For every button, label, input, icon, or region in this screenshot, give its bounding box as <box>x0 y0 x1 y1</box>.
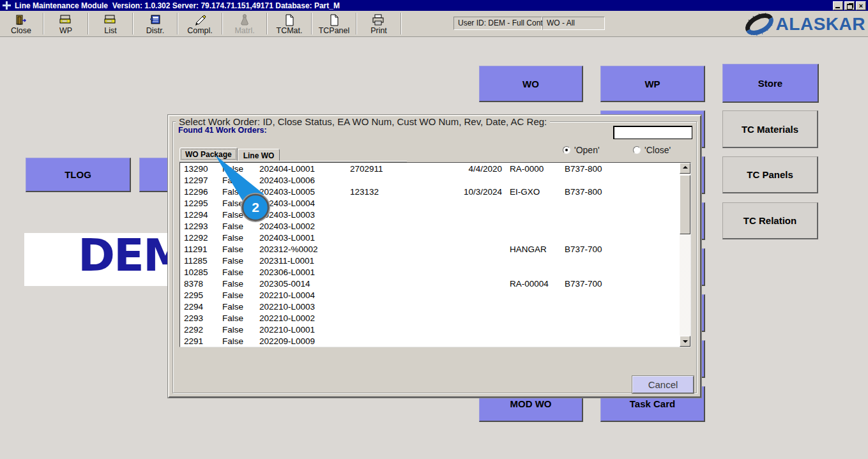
wo-row[interactable]: 2292False202210-L0001 <box>180 325 680 336</box>
radio-open[interactable]: 'Open' <box>563 145 600 155</box>
wo-cell: B737-700 <box>565 279 602 289</box>
toolbar-matrl-button[interactable]: Matrl. <box>224 11 266 36</box>
alaskar-swirl-icon <box>743 11 776 37</box>
wo-cell: 2294 <box>184 302 203 312</box>
wo-cell: False <box>222 336 243 346</box>
annotation-step-number: 2 <box>252 200 259 214</box>
radio-close-circle[interactable] <box>633 146 641 154</box>
radio-open-circle[interactable] <box>563 146 570 154</box>
wo-cell: RA-00004 <box>510 279 549 289</box>
store-button[interactable]: Store <box>722 64 819 103</box>
wo-cell: 10/3/2024 <box>451 187 502 197</box>
wo-cell: 202209-L0009 <box>259 336 315 346</box>
tc-panels-button[interactable]: TC Panels <box>722 156 818 193</box>
scrollbar-thumb[interactable] <box>680 175 690 234</box>
wo-cell: RA-0000 <box>510 164 544 174</box>
wo-row[interactable]: 10285False202306-L0001 <box>180 267 680 279</box>
toolbar: Close WP List Distr. Compl. Matrl. <box>0 11 868 37</box>
wo-cell: 2293 <box>184 313 203 323</box>
toolbar-separator <box>222 13 223 34</box>
wo-cell: 11291 <box>184 245 208 254</box>
wo-cell: 12292 <box>184 233 208 243</box>
logo-text: ALASKAR <box>776 15 865 33</box>
window-close-button[interactable]: × <box>856 1 866 10</box>
wo-cell: 202403-L0001 <box>259 233 315 243</box>
wo-button[interactable]: WO <box>479 66 583 102</box>
radio-close[interactable]: 'Close' <box>633 145 671 155</box>
wo-cell: 123132 <box>350 187 379 197</box>
alaskar-logo: ALASKAR <box>743 11 865 37</box>
printer-report-icon <box>103 13 118 26</box>
vertical-scrollbar[interactable] <box>680 163 690 347</box>
wo-cell: 202311-L0001 <box>259 256 314 266</box>
wo-cell: 4/4/2020 <box>451 164 502 174</box>
tc-materials-button[interactable]: TC Materials <box>722 110 818 148</box>
wo-cell: 202306-L0001 <box>259 267 315 277</box>
wo-cell: 2295 <box>184 290 203 300</box>
wo-scope-box: WO - All <box>542 17 605 30</box>
toolbar-list-button[interactable]: List <box>89 11 132 36</box>
wo-row[interactable]: 11285False202311-L0001 <box>180 256 680 267</box>
wo-cell: B737-800 <box>565 164 602 174</box>
toolbar-print-button[interactable]: Print <box>358 11 400 36</box>
document-icon <box>329 13 339 26</box>
scroll-down-icon[interactable] <box>680 336 690 347</box>
wo-row[interactable]: 11291False202312-%0002HANGARB737-700 <box>180 245 680 256</box>
toolbar-separator <box>132 13 133 34</box>
toolbar-separator <box>88 13 89 34</box>
wo-cell: False <box>222 302 243 312</box>
wo-row[interactable]: 2294False202210-L0003 <box>180 302 680 313</box>
user-id-box: User ID: DEM - Full Control <box>453 17 542 30</box>
window-title: Line Maintenance Module Version: 1.0.302… <box>15 1 833 10</box>
radio-open-label: 'Open' <box>574 145 600 155</box>
wo-cell: 11285 <box>184 256 208 266</box>
wo-cell: 202210-L0004 <box>259 290 315 300</box>
wo-cell: 8378 <box>184 279 203 289</box>
toolbar-distr-button[interactable]: Distr. <box>134 11 176 36</box>
wo-cell: False <box>222 313 243 323</box>
document-icon <box>284 13 294 26</box>
toolbar-separator <box>266 13 268 34</box>
wo-cell: False <box>222 245 243 254</box>
wo-cell: False <box>222 256 243 266</box>
toolbar-tcmat-button[interactable]: TCMat. <box>268 11 310 36</box>
found-count-label: Found 41 Work Orders: <box>178 126 267 135</box>
toolbar-compl-button[interactable]: Compl. <box>179 11 221 36</box>
wo-row[interactable]: 8378False202305-0014RA-00004B737-700 <box>180 279 680 290</box>
wo-row[interactable]: 2291False202209-L0009 <box>180 336 680 347</box>
minimize-button[interactable] <box>833 1 843 10</box>
wo-row[interactable]: 2295False202210-L0004 <box>180 290 680 302</box>
wo-row[interactable]: 12292False202403-L0001 <box>180 233 680 245</box>
wo-row[interactable]: 2293False202210-L0002 <box>180 313 680 325</box>
toolbar-separator <box>400 13 402 34</box>
toolbar-tcpanel-button[interactable]: TCPanel <box>313 11 355 36</box>
wo-cell: False <box>222 279 243 289</box>
dialog-title: Select Work Order: ID, Close Status, EA … <box>176 116 550 127</box>
tc-relation-button[interactable]: TC Relation <box>722 202 818 239</box>
search-input[interactable] <box>613 126 692 139</box>
tlog-button[interactable]: TLOG <box>26 158 131 192</box>
step-annotation: 2 <box>204 148 287 231</box>
wp-button[interactable]: WP <box>600 66 705 102</box>
wo-cell: 202210-L0001 <box>259 325 315 335</box>
wo-cell: 2291 <box>184 336 203 346</box>
toolbar-separator <box>356 13 357 34</box>
wo-cell: False <box>222 290 243 300</box>
wo-cell: False <box>222 233 243 243</box>
printer-report-icon <box>59 13 73 26</box>
toolbar-close-button[interactable]: Close <box>0 11 42 36</box>
dem-banner: DEM <box>24 233 172 286</box>
toolbar-wp-button[interactable]: WP <box>45 11 87 36</box>
dem-text: DEM <box>78 233 172 282</box>
cancel-button[interactable]: Cancel <box>632 376 694 393</box>
wo-cell: 202210-L0002 <box>259 313 315 323</box>
radio-close-label: 'Close' <box>644 145 671 155</box>
app-window-icon <box>3 1 11 10</box>
wo-cell: False <box>222 267 243 277</box>
wo-cell: 202312-%0002 <box>259 245 318 254</box>
wo-cell: B737-800 <box>565 187 602 197</box>
wo-cell: False <box>222 325 243 335</box>
wo-cell: EI-GXO <box>510 187 540 197</box>
scroll-up-icon[interactable] <box>680 163 690 174</box>
restore-button[interactable] <box>844 1 855 10</box>
